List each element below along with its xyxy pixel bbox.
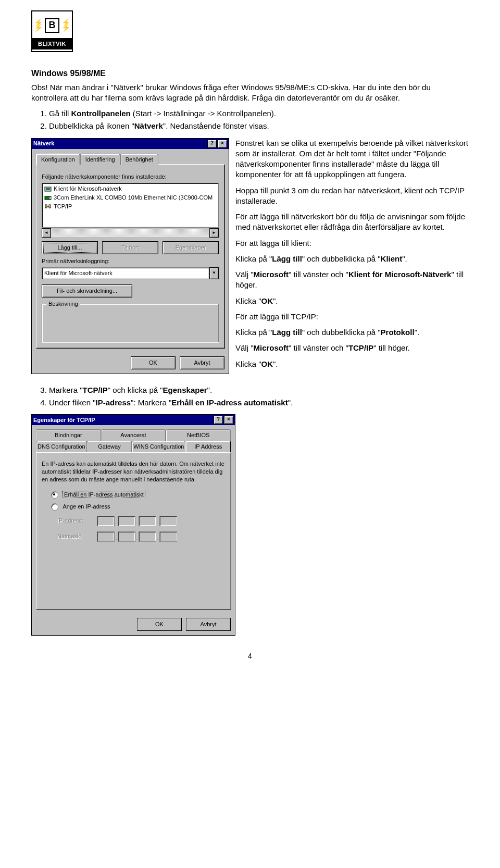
field-label: IP-adress: <box>57 517 94 525</box>
dialog-title: Nätverk <box>33 140 54 147</box>
netmask-field: Nätmask: ... <box>57 531 225 542</box>
step-4: Under fliken "IP-adress": Markera "Erhål… <box>49 398 469 408</box>
tab-bindings[interactable]: Bindningar <box>36 429 101 441</box>
instruction-text: För att lägga till TCP/IP: <box>235 312 469 322</box>
instruction-text: Välj "Microsoft" till vänster och "Klien… <box>235 269 469 291</box>
network-dialog: Nätverk ? × Konfiguration Identifiering … <box>31 138 229 374</box>
netmask-input[interactable]: ... <box>97 531 177 542</box>
instruction-text: Fönstret kan se olika ut exempelvis bero… <box>235 138 469 180</box>
document-page: ⚡⚡ B ⚡⚡ BLIXTVIK Windows 95/98/ME Obs! N… <box>0 0 500 682</box>
instruction-text: För att lägga till nätverkskort bör du f… <box>235 212 469 233</box>
protocol-icon <box>44 203 52 210</box>
ip-input[interactable]: ... <box>97 516 177 526</box>
step-3: Markera "TCP/IP" och klicka på "Egenskap… <box>49 385 469 395</box>
components-listbox[interactable]: Klient för Microsoft-nätverk 3Com EtherL… <box>42 183 219 228</box>
groupbox-title: Beskrivning <box>46 300 80 308</box>
tab-configuration[interactable]: Konfiguration <box>36 154 80 165</box>
file-printer-sharing-button[interactable]: Fil- och skrivardelning... <box>42 284 132 297</box>
steps-list: Gå till Kontrollpanelen (Start -> Instäl… <box>31 108 469 132</box>
logo-letter: B <box>45 18 59 33</box>
instruction-text: För att lägga till klient: <box>235 238 469 249</box>
instruction-text: Hoppa till punkt 3 om du redan har nätve… <box>235 185 469 207</box>
tab-gateway[interactable]: Gateway <box>87 441 132 452</box>
tab-dns[interactable]: DNS Configuration <box>36 441 87 452</box>
instruction-text: Välj "Microsoft" till vänster och "TCP/I… <box>235 343 469 353</box>
ok-button[interactable]: OK <box>137 618 182 631</box>
instruction-text: Klicka "OK". <box>235 296 469 306</box>
svg-rect-3 <box>49 197 51 199</box>
scroll-right-button[interactable]: ► <box>209 228 219 238</box>
list-item[interactable]: Klient för Microsoft-nätverk <box>43 184 217 193</box>
client-icon <box>44 185 52 193</box>
tabs-row-1: Bindningar Avancerat NetBIOS <box>36 429 231 441</box>
remove-button[interactable]: Ta bort <box>102 241 158 254</box>
tabs: Konfiguration Identifiering Behörighet <box>36 154 224 165</box>
tcpip-properties-dialog: Egenskaper för TCP/IP ? × Bindningar Ava… <box>31 414 235 636</box>
list-item[interactable]: 3Com EtherLink XL COMBO 10Mb Ethernet NI… <box>43 193 217 202</box>
instruction-text: Klicka på "Lägg till" och dubbelklicka p… <box>235 254 469 264</box>
section-heading: Windows 95/98/ME <box>31 68 469 79</box>
add-button[interactable]: Lägg till... <box>42 241 98 254</box>
tab-wins[interactable]: WINS Configuration <box>132 441 185 452</box>
titlebar: Egenskaper för TCP/IP ? × <box>32 415 235 425</box>
lightning-icon: ⚡⚡ <box>61 20 70 31</box>
radio-label: Ange en IP-adress <box>63 503 110 510</box>
steps-list-continued: Markera "TCP/IP" och klicka på "Egenskap… <box>31 385 469 408</box>
scroll-left-button[interactable]: ◄ <box>42 228 51 238</box>
cancel-button[interactable]: Avbryt <box>180 356 224 369</box>
instruction-column: Fönstret kan se olika ut exempelvis bero… <box>235 138 469 375</box>
cancel-button[interactable]: Avbryt <box>186 618 231 631</box>
ok-button[interactable]: OK <box>131 356 176 369</box>
page-number: 4 <box>31 651 469 661</box>
instruction-text: Klicka på "Lägg till" och dubbelklicka p… <box>235 327 469 338</box>
field-label: Nätmask: <box>57 532 94 540</box>
tab-panel: Följande nätverkskomponenter finns insta… <box>36 164 224 348</box>
radio-auto[interactable]: Erhåll en IP-adress automatiskt <box>51 491 225 499</box>
svg-rect-5 <box>45 205 47 208</box>
titlebar: Nätverk ? × <box>32 139 229 149</box>
scroll-track[interactable] <box>51 229 209 237</box>
tab-advanced[interactable]: Avancerat <box>101 429 166 441</box>
logo-graphic: ⚡⚡ B ⚡⚡ <box>34 13 70 38</box>
intro-paragraph: Obs! När man ändrar i "Nätverk" brukar W… <box>31 82 469 104</box>
close-button[interactable]: × <box>224 416 233 424</box>
brand-logo: ⚡⚡ B ⚡⚡ BLIXTVIK <box>31 10 73 52</box>
combo-value: Klient för Microsoft-nätverk <box>42 267 209 279</box>
tab-netbios[interactable]: NetBIOS <box>166 429 231 441</box>
tab-access[interactable]: Behörighet <box>120 154 158 165</box>
step-1: Gå till Kontrollpanelen (Start -> Instäl… <box>49 108 469 119</box>
description-groupbox: Beskrivning <box>42 304 219 342</box>
lightning-icon: ⚡⚡ <box>34 20 43 31</box>
instruction-text: Klicka "OK". <box>235 359 469 369</box>
explanation-text: En IP-adress kan automatiskt tilldelas d… <box>42 460 225 483</box>
logo-brand-text: BLIXTVIK <box>32 38 72 50</box>
tabs-row-2: DNS Configuration Gateway WINS Configura… <box>36 441 231 452</box>
dialog-and-instructions-row: Nätverk ? × Konfiguration Identifiering … <box>31 138 469 375</box>
svg-rect-6 <box>49 205 51 208</box>
step-2: Dubbelklicka på ikonen "Nätverk". Nedans… <box>49 121 469 131</box>
chevron-down-icon[interactable]: ▼ <box>209 267 219 279</box>
ip-address-field: IP-adress: ... <box>57 516 225 526</box>
tab-identification[interactable]: Identifiering <box>80 154 120 165</box>
help-button[interactable]: ? <box>207 140 217 148</box>
tab-ipaddress[interactable]: IP Address <box>185 441 231 452</box>
primary-login-label: Primär nätverksinloggning: <box>42 257 219 265</box>
help-button[interactable]: ? <box>214 416 223 424</box>
list-item[interactable]: TCP/IP <box>43 202 217 211</box>
horizontal-scrollbar[interactable]: ◄ ► <box>42 229 219 237</box>
close-button[interactable]: × <box>218 140 227 148</box>
radio-label: Erhåll en IP-adress automatiskt <box>63 491 145 498</box>
dialog-title: Egenskaper för TCP/IP <box>33 416 95 424</box>
radio-icon <box>51 503 58 511</box>
properties-button[interactable]: Egenskaper <box>162 241 219 254</box>
installed-components-label: Följande nätverkskomponenter finns insta… <box>42 173 219 181</box>
nic-icon <box>44 194 52 202</box>
svg-rect-1 <box>46 188 50 190</box>
tab-panel: En IP-adress kan automatiskt tilldelas d… <box>36 452 231 610</box>
primary-login-combo[interactable]: Klient för Microsoft-nätverk ▼ <box>42 267 219 279</box>
radio-manual[interactable]: Ange en IP-adress <box>51 503 225 511</box>
radio-icon <box>51 491 58 499</box>
